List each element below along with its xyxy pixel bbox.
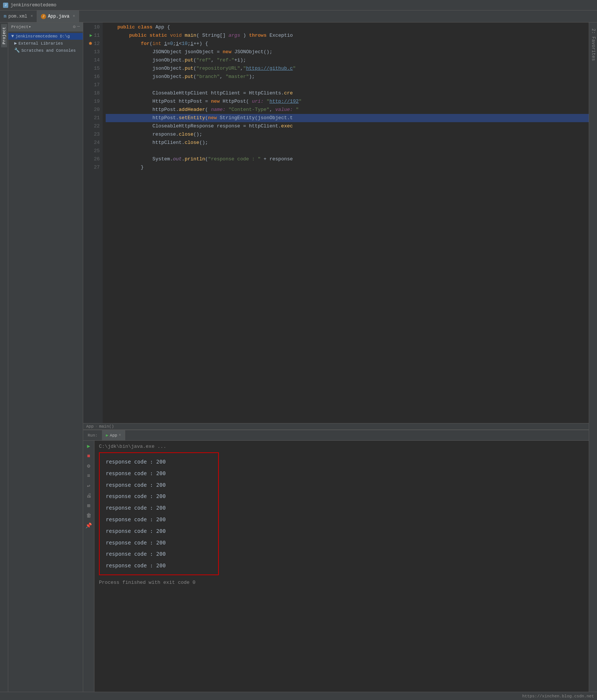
line-num-12: ⬟ 12 <box>83 40 103 48</box>
run-label: Run: <box>83 430 102 440</box>
code-line-15: jsonObject.put("repositoryURL","https://… <box>106 64 589 73</box>
run-print-icon[interactable]: 🖨 <box>85 492 92 500</box>
folder-icon: ▼ <box>11 34 14 39</box>
status-url[interactable]: https://xinchen.blog.csdn.net <box>522 694 594 699</box>
scratches-icon: 🔧 <box>14 48 20 53</box>
tab-app[interactable]: J App.java × <box>37 10 79 22</box>
project-tree: ▼ jenkinsremotedemo D:\g ▶ External Libr… <box>8 31 83 700</box>
run-settings-icon[interactable]: ⚙ <box>86 462 91 470</box>
output-line-6: response code : 200 <box>106 525 212 537</box>
run-sidebar: ▶ ■ ⚙ ≡ ↩ 🖨 ⊞ 🗑 📌 <box>83 441 94 700</box>
line-num-19: 19 <box>83 97 103 106</box>
tab-pom-close[interactable]: × <box>31 14 33 18</box>
code-line-14: jsonObject.put("ref", "ref-"+i); <box>106 56 589 64</box>
line-num-17: 17 <box>83 81 103 89</box>
output-line-2: response code : 200 <box>106 479 212 491</box>
tree-item-scratches[interactable]: 🔧 Scratches and Consoles <box>8 47 83 54</box>
run-pin-icon[interactable]: ↩ <box>86 482 91 490</box>
code-line-23: response.close(); <box>106 130 589 139</box>
code-line-13: JSONObject jsonObject = new JSONObject()… <box>106 48 589 56</box>
run-grid-icon[interactable]: ⊞ <box>86 502 91 510</box>
code-line-18: CloseableHttpClient httpClient = HttpCli… <box>106 89 589 97</box>
line-num-27: 27 <box>83 163 103 172</box>
breadcrumb-main: main() <box>99 424 114 429</box>
code-line-12: for(int i=0;i<10;i++) { <box>106 40 589 48</box>
process-finished-text: Process finished with exit code 0 <box>99 580 195 585</box>
line-num-20: 20 <box>83 106 103 114</box>
code-line-27: } <box>106 163 589 172</box>
left-tab-bar: Project <box>0 22 8 700</box>
run-tab-app[interactable]: ▶ App × <box>102 430 125 440</box>
project-panel: Project▾ ⚙ — ▼ jenkinsremotedemo D:\g ▶ … <box>8 22 83 700</box>
run-panel: Run: ▶ App × ▶ ■ ⚙ ≡ ↩ 🖨 ⊞ 🗑 <box>83 430 589 700</box>
status-left <box>3 694 6 699</box>
run-stop-icon[interactable]: ■ <box>86 452 91 460</box>
run-play-icon[interactable]: ▶ <box>86 442 91 450</box>
line-num-16: 16 <box>83 73 103 81</box>
code-line-21: httpPost.setEntity(new StringEntity(json… <box>106 114 589 122</box>
debug-dot-12: ⬟ <box>89 40 92 48</box>
run-tab-close[interactable]: × <box>119 433 121 437</box>
code-line-17 <box>106 81 589 89</box>
process-finished: Process finished with exit code 0 <box>99 580 584 585</box>
right-sidebar: 2: Favorites <box>589 22 597 700</box>
code-panel: 10 ▶ 11 ⬟ 12 13 14 15 16 17 18 19 <box>83 22 589 430</box>
pom-icon: m <box>4 14 6 19</box>
output-line-7: response code : 200 <box>106 537 212 549</box>
tab-app-label: App.java <box>48 14 70 19</box>
code-lines[interactable]: public class App { public static void ma… <box>103 22 589 423</box>
code-line-11: public static void main( String[] args )… <box>106 31 589 40</box>
tab-pom[interactable]: m pom.xml × <box>0 10 37 22</box>
gear-icon[interactable]: ⚙ <box>73 24 76 30</box>
app-title: jenkinsremotedemo <box>10 3 56 8</box>
code-line-22: CloseableHttpResponse response = httpCli… <box>106 122 589 130</box>
tab-bar: m pom.xml × J App.java × <box>0 10 597 22</box>
breadcrumb-sep: › <box>95 424 98 429</box>
line-num-18: 18 <box>83 89 103 97</box>
run-cmd-line: C:\jdk\bin\java.exe ... <box>99 444 584 449</box>
code-content: 10 ▶ 11 ⬟ 12 13 14 15 16 17 18 19 <box>83 22 589 423</box>
panel-title: Project▾ <box>11 24 31 29</box>
output-line-8: response code : 200 <box>106 548 212 560</box>
run-list-icon[interactable]: ≡ <box>86 472 91 480</box>
sidebar-item-favorites[interactable]: 2: Favorites <box>590 25 597 64</box>
tab-pom-label: pom.xml <box>8 14 27 19</box>
output-line-5: response code : 200 <box>106 514 212 525</box>
line-num-25: 25 <box>83 147 103 155</box>
output-line-0: response code : 200 <box>106 456 212 468</box>
run-tab-label: App <box>110 433 117 438</box>
line-numbers: 10 ▶ 11 ⬟ 12 13 14 15 16 17 18 19 <box>83 22 103 423</box>
panel-header: Project▾ ⚙ — <box>8 22 83 31</box>
line-num-22: 22 <box>83 122 103 130</box>
code-line-24: httpClient.close(); <box>106 139 589 147</box>
tree-scratches-label: Scratches and Consoles <box>21 48 76 53</box>
run-text: Run: <box>88 433 97 438</box>
run-bookmark-icon[interactable]: 📌 <box>85 522 93 529</box>
app-icon: J <box>3 3 8 8</box>
code-line-10: public class App { <box>106 23 589 31</box>
line-num-11: ▶ 11 <box>83 31 103 40</box>
line-num-21: 21 <box>83 114 103 122</box>
minus-icon[interactable]: — <box>77 24 80 30</box>
line-num-15: 15 <box>83 64 103 73</box>
run-tab-bar: Run: ▶ App × <box>83 430 589 441</box>
output-line-1: response code : 200 <box>106 468 212 479</box>
tree-item-libraries[interactable]: ▶ External Libraries <box>8 40 83 47</box>
output-line-4: response code : 200 <box>106 502 212 514</box>
output-line-3: response code : 200 <box>106 491 212 502</box>
panel-header-icons: ⚙ — <box>73 24 80 30</box>
line-num-10: 10 <box>83 23 103 31</box>
tree-item-root[interactable]: ▼ jenkinsremotedemo D:\g <box>8 33 83 40</box>
title-bar: J jenkinsremotedemo <box>0 0 597 10</box>
tree-libraries-label: External Libraries <box>18 41 63 46</box>
tab-app-close[interactable]: × <box>73 14 75 18</box>
run-trash-icon[interactable]: 🗑 <box>85 512 92 519</box>
run-content: ▶ ■ ⚙ ≡ ↩ 🖨 ⊞ 🗑 📌 C:\jdk\bin\java.exe ..… <box>83 441 589 700</box>
code-line-20: httpPost.addHeader( name: "Content-Type"… <box>106 106 589 114</box>
code-line-26: System.out.println("response code : " + … <box>106 155 589 163</box>
breadcrumb-app: App <box>86 424 94 429</box>
line-num-26: 26 <box>83 155 103 163</box>
sidebar-item-project[interactable]: Project <box>1 24 7 47</box>
output-box: response code : 200 response code : 200 … <box>99 452 219 575</box>
code-line-19: HttpPost httpPost = new HttpPost( uri: "… <box>106 97 589 106</box>
